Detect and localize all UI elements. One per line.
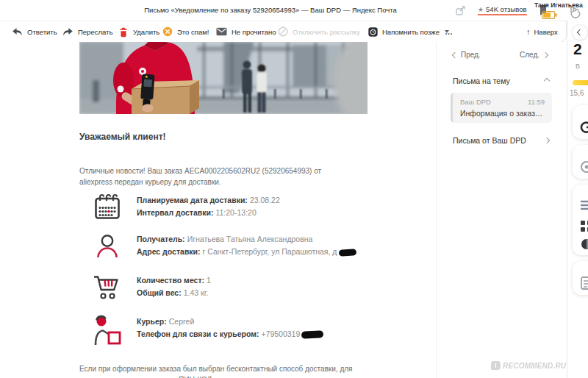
email-hero-image	[79, 42, 368, 114]
next-email-label: След.	[520, 51, 539, 59]
trash-icon	[118, 26, 129, 38]
thread-section-title: Письма на тему	[453, 76, 510, 85]
more-dots-icon: …	[445, 27, 453, 36]
panel-count: 2	[573, 40, 582, 58]
forward-label: Переслать	[78, 28, 112, 36]
forward-button[interactable]: Переслать	[61, 21, 112, 42]
recipient-icon	[91, 232, 123, 261]
redacted-address	[338, 249, 356, 256]
parcel-count-value: 1	[207, 276, 211, 285]
spam-button[interactable]: Это спам!	[162, 21, 209, 42]
address-label: Адрес доставки:	[137, 247, 201, 256]
delete-label: Удалить	[133, 28, 159, 36]
parcel-count-label: Количество мест:	[137, 276, 204, 285]
reviews-count-label: 54K отзывов	[486, 5, 526, 13]
spam-icon	[162, 26, 173, 38]
email-body: Уважаемый клиент! Отличные новости! Ваш …	[0, 42, 436, 378]
forward-icon	[61, 25, 74, 38]
address-value: г Санкт-Петербург, ул Парашютная, д	[203, 247, 337, 256]
weight-label: Общий вес:	[137, 288, 182, 297]
irecommend-logo-icon: I	[491, 361, 501, 370]
envelope-icon	[215, 26, 228, 37]
title-bar: Письмо «Уведомление по заказу 5292065499…	[0, 0, 588, 21]
more-actions-button[interactable]: …	[445, 21, 453, 42]
courier-value: Сергей	[169, 317, 195, 326]
app-icon	[579, 160, 588, 174]
prev-email-label: Пред.	[461, 51, 481, 59]
app-icon	[579, 276, 588, 290]
app-icon	[579, 120, 588, 135]
emails-from-sender-label: Письма от Ваш DPD	[453, 136, 526, 145]
chevron-up-icon	[544, 78, 550, 84]
remind-later-icon	[368, 26, 379, 38]
delivery-date-value: 23.08.22	[250, 196, 280, 204]
courier-icon	[91, 314, 123, 346]
thread-sidebar: Пред. След. Письма на тему Ваш DPD 11:59…	[437, 42, 567, 378]
courier-phone-label: Телефон для связи с курьером:	[137, 329, 259, 338]
share-icon	[456, 6, 466, 15]
unsubscribe-label: Отключить рассылку	[293, 28, 360, 36]
up-arrow-icon: ↑	[526, 27, 531, 36]
yandex-mail-screen: Письмо «Уведомление по заказу 5292065499…	[0, 0, 588, 378]
delivery-date-label: Планируемая дата доставки:	[137, 196, 248, 204]
thread-email-subject: Информация о заказе AECA…	[460, 109, 545, 118]
thread-email-time: 11:59	[528, 98, 545, 106]
scroll-to-top-button[interactable]: ↑ Наверх	[526, 21, 558, 42]
unsubscribe-button[interactable]: Отключить рассылку	[277, 21, 360, 42]
pin-code-note: Если при оформлении заказа был выбран бе…	[79, 363, 360, 378]
redacted-phone	[301, 330, 323, 339]
email-toolbar: Ответить Переслать Удалить Это спам!	[0, 21, 567, 43]
page-title: Письмо «Уведомление по заказу 5292065499…	[144, 6, 397, 14]
next-email-button[interactable]: След.	[520, 51, 548, 59]
remind-later-label: Напомнить позже	[382, 28, 440, 36]
right-widget-panel: 2 В 15,6	[567, 21, 588, 378]
panel-amount: 15,6	[570, 89, 584, 97]
app-shortcut-button[interactable]	[573, 105, 588, 139]
delivery-date-row: Планируемая дата доставки:23.08.22 Интер…	[91, 193, 280, 222]
app-shortcut-button[interactable]	[573, 185, 588, 255]
delete-button[interactable]: Удалить	[118, 21, 159, 42]
email-greeting: Уважаемый клиент!	[79, 132, 166, 142]
mark-unread-label: Не прочитано	[232, 28, 276, 36]
weight-value: 1.43 кг.	[184, 288, 208, 297]
courier-label: Курьер:	[137, 317, 167, 326]
chevron-left-icon	[577, 29, 583, 35]
reply-button[interactable]: Ответить	[10, 21, 57, 42]
scroll-to-top-label: Наверх	[534, 28, 558, 36]
recipient-row: Получатель:Игнатьева Татьяна Александров…	[91, 232, 356, 261]
prev-email-button[interactable]: Пред.	[453, 51, 481, 59]
thread-email-sender: Ваш DPD	[460, 98, 491, 106]
spam-label: Это спам!	[177, 28, 209, 36]
unsubscribe-icon	[277, 26, 289, 38]
recipient-label: Получатель:	[137, 235, 185, 243]
thread-email-item[interactable]: Ваш DPD 11:59 Информация о заказе AECA…	[451, 93, 552, 123]
reply-icon	[10, 25, 24, 38]
app-shortcut-button[interactable]	[573, 261, 588, 295]
courier-row: Курьер:Сергей Телефон для связи с курьер…	[91, 314, 323, 346]
parcel-row: Количество мест:1 Общий вес:1.43 кг.	[91, 273, 211, 302]
panel-count-caption: В	[576, 63, 580, 70]
chevron-right-icon	[544, 138, 550, 143]
delivery-interval-label: Интервал доставки:	[137, 208, 213, 217]
email-intro-text: Отличные новости! Ваш заказ AECA00022056…	[79, 165, 353, 188]
share-button[interactable]	[456, 6, 466, 15]
mark-unread-button[interactable]: Не прочитано	[215, 21, 276, 42]
app-shortcut-button[interactable]	[573, 145, 588, 179]
battery-icon	[542, 9, 557, 17]
collapse-panel-button[interactable]	[572, 24, 588, 40]
recipient-value: Игнатьева Татьяна Александровна	[187, 235, 313, 243]
app-icon	[579, 199, 588, 252]
reviews-link[interactable]: ★ 54K отзывов	[478, 5, 527, 15]
thread-section-header[interactable]: Письма на тему	[453, 76, 549, 85]
watermark-text: RECOMMEND.RU	[503, 362, 566, 370]
emails-from-sender-link[interactable]: Письма от Ваш DPD	[453, 136, 549, 145]
delivery-interval-value: 11:20-13:20	[215, 208, 256, 217]
chevron-right-icon	[542, 51, 548, 57]
calendar-icon	[91, 193, 123, 222]
remind-later-button[interactable]: Напомнить позже	[368, 21, 449, 42]
watermark: I RECOMMEND.RU	[491, 361, 566, 370]
courier-phone-value: +79500319	[261, 329, 300, 338]
star-icon: ★	[478, 6, 484, 13]
cart-icon	[91, 273, 123, 302]
reply-label: Ответить	[27, 28, 57, 36]
